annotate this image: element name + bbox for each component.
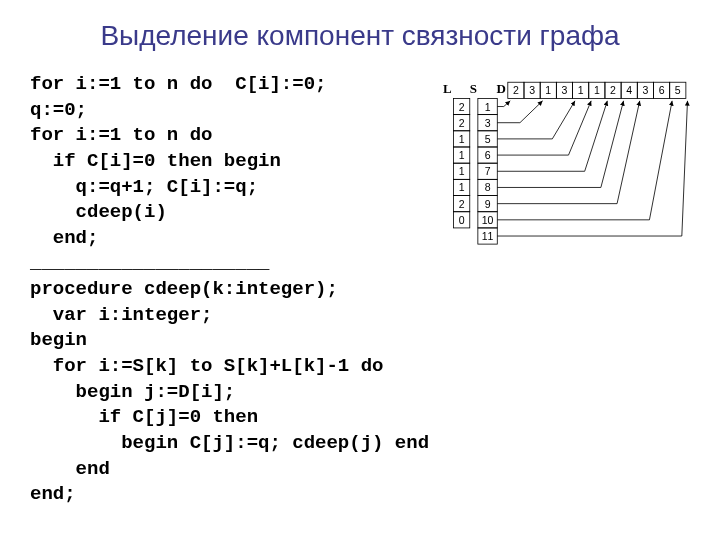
svg-text:1: 1 bbox=[459, 149, 465, 161]
svg-text:0: 0 bbox=[459, 214, 465, 226]
svg-text:5: 5 bbox=[675, 84, 681, 96]
S-column: 1 3 5 6 7 8 9 10 11 bbox=[478, 98, 497, 244]
svg-text:7: 7 bbox=[485, 165, 491, 177]
svg-text:2: 2 bbox=[610, 84, 616, 96]
L-column: 2 2 1 1 1 1 2 0 bbox=[454, 98, 470, 228]
svg-text:4: 4 bbox=[626, 84, 632, 96]
svg-text:1: 1 bbox=[459, 165, 465, 177]
code-line: for i:=S[k] to S[k]+L[k]-1 do bbox=[30, 355, 383, 377]
code-line: begin C[j]:=q; cdeep(j) end bbox=[30, 432, 429, 454]
code-line: begin bbox=[30, 329, 87, 351]
svg-text:10: 10 bbox=[482, 214, 494, 226]
label-L: L bbox=[443, 81, 452, 96]
graph-diagram: L S D 2 3 1 3 1 1 2 4 bbox=[439, 62, 690, 508]
code-line: q:=0; bbox=[30, 99, 87, 121]
svg-text:2: 2 bbox=[459, 117, 465, 129]
code-line: if C[i]=0 then begin bbox=[30, 150, 281, 172]
code-line: for i:=1 to n do bbox=[30, 124, 212, 146]
svg-text:1: 1 bbox=[459, 133, 465, 145]
svg-text:1: 1 bbox=[545, 84, 551, 96]
svg-text:5: 5 bbox=[485, 133, 491, 145]
diagram-svg: L S D 2 3 1 3 1 1 2 4 bbox=[439, 62, 690, 264]
svg-text:1: 1 bbox=[594, 84, 600, 96]
svg-text:3: 3 bbox=[529, 84, 535, 96]
svg-text:9: 9 bbox=[485, 198, 491, 210]
arrows bbox=[497, 101, 687, 236]
svg-text:1: 1 bbox=[578, 84, 584, 96]
svg-text:6: 6 bbox=[485, 149, 491, 161]
code-line: cdeep(i) bbox=[30, 201, 167, 223]
code-line: procedure cdeep(k:integer); bbox=[30, 278, 338, 300]
code-line: begin j:=D[i]; bbox=[30, 381, 235, 403]
svg-text:11: 11 bbox=[482, 230, 494, 242]
code-line: for i:=1 to n do C[i]:=0; bbox=[30, 73, 326, 95]
code-line: if C[j]=0 then bbox=[30, 406, 258, 428]
svg-text:8: 8 bbox=[485, 182, 491, 194]
svg-text:2: 2 bbox=[459, 198, 465, 210]
label-S: S bbox=[470, 81, 477, 96]
svg-text:1: 1 bbox=[459, 182, 465, 194]
svg-text:2: 2 bbox=[513, 84, 519, 96]
code-line: q:=q+1; C[i]:=q; bbox=[30, 176, 258, 198]
code-line: end; bbox=[30, 483, 76, 505]
code-line: end; bbox=[30, 227, 98, 249]
svg-text:3: 3 bbox=[562, 84, 568, 96]
svg-text:3: 3 bbox=[485, 117, 491, 129]
page-title: Выделение компонент связности графа bbox=[30, 20, 690, 52]
code-block: for i:=1 to n do C[i]:=0; q:=0; for i:=1… bbox=[30, 72, 429, 508]
code-line: end bbox=[30, 458, 110, 480]
content-area: for i:=1 to n do C[i]:=0; q:=0; for i:=1… bbox=[30, 72, 690, 508]
svg-text:2: 2 bbox=[459, 101, 465, 113]
label-D: D bbox=[497, 81, 506, 96]
code-line: _____________________ bbox=[30, 252, 269, 274]
svg-text:6: 6 bbox=[659, 84, 665, 96]
svg-text:1: 1 bbox=[485, 101, 491, 113]
D-row: 2 3 1 3 1 1 2 4 3 6 5 bbox=[508, 82, 686, 98]
code-line: var i:integer; bbox=[30, 304, 212, 326]
svg-text:3: 3 bbox=[643, 84, 649, 96]
